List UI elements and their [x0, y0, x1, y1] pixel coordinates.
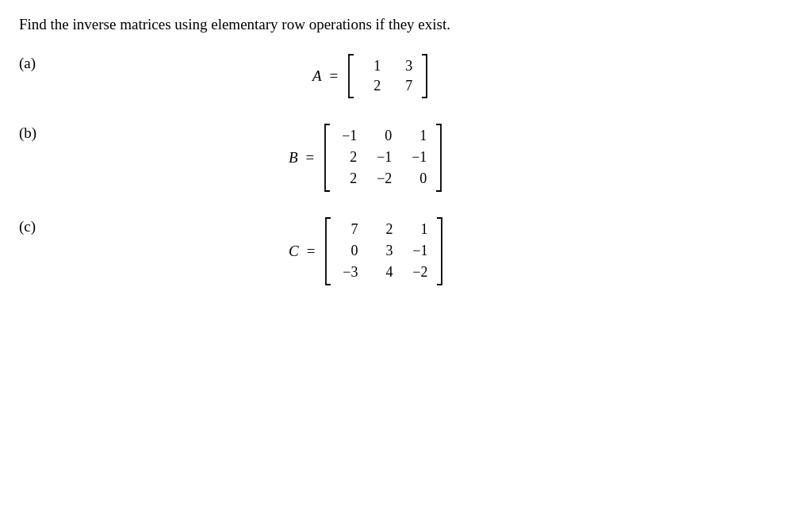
matrix-cell: 3	[375, 243, 393, 259]
matrix-cell: −1	[409, 149, 427, 166]
matrix-cell: 1	[410, 221, 427, 238]
matrix-a-grid: 1 3 2 7	[357, 56, 419, 96]
part-a-variable: A	[312, 67, 322, 85]
matrix-cell: −1	[339, 128, 357, 144]
matrix-cell: 2	[363, 78, 381, 94]
matrix-a: 1 3 2 7	[346, 53, 430, 99]
matrix-cell: 0	[340, 243, 358, 259]
right-bracket-c	[434, 216, 445, 286]
part-b-label: (b)	[19, 123, 75, 142]
part-c-math: C = 7 2 1 0 3 −1 −3 4 −2	[289, 216, 445, 286]
matrix-b-grid: −1 0 1 2 −1 −1 2 −2 0	[333, 126, 433, 189]
matrix-cell: 4	[375, 264, 393, 281]
part-a: (a) A = 1 3 2 7	[19, 53, 793, 99]
part-b-variable: B	[289, 149, 298, 166]
matrix-cell: 2	[339, 170, 357, 187]
left-bracket-a	[346, 53, 357, 99]
matrix-cell: −2	[410, 264, 427, 281]
part-a-math: A = 1 3 2 7	[312, 53, 430, 99]
matrix-cell: 2	[375, 221, 393, 238]
matrix-cell: −1	[410, 243, 427, 259]
left-bracket-b	[322, 123, 333, 193]
matrix-cell: 0	[374, 128, 392, 144]
part-b: (b) B = −1 0 1 2 −1 −1 2 −2 0	[19, 123, 793, 193]
right-bracket-a	[419, 53, 430, 99]
part-c-label: (c)	[19, 216, 75, 235]
matrix-cell: 0	[409, 170, 427, 187]
right-bracket-b	[433, 123, 444, 193]
matrix-cell: 2	[339, 149, 357, 166]
left-bracket-c	[323, 216, 334, 286]
part-c: (c) C = 7 2 1 0 3 −1 −3 4 −2	[19, 216, 793, 286]
matrix-cell: 3	[395, 58, 412, 75]
matrix-cell: 1	[363, 58, 381, 75]
part-b-math: B = −1 0 1 2 −1 −1 2 −2 0	[289, 123, 444, 193]
part-a-label: (a)	[19, 53, 75, 72]
matrix-cell: −1	[374, 149, 392, 166]
question-text: Find the inverse matrices using elementa…	[19, 14, 793, 36]
matrix-cell: −2	[374, 170, 392, 187]
matrix-c: 7 2 1 0 3 −1 −3 4 −2	[323, 216, 445, 286]
matrix-cell: 7	[395, 78, 412, 94]
matrix-cell: −3	[340, 264, 358, 281]
matrix-cell: 1	[409, 128, 427, 144]
matrix-c-grid: 7 2 1 0 3 −1 −3 4 −2	[334, 220, 434, 282]
matrix-b: −1 0 1 2 −1 −1 2 −2 0	[322, 123, 444, 193]
part-c-variable: C	[289, 243, 299, 260]
matrix-cell: 7	[340, 221, 358, 238]
